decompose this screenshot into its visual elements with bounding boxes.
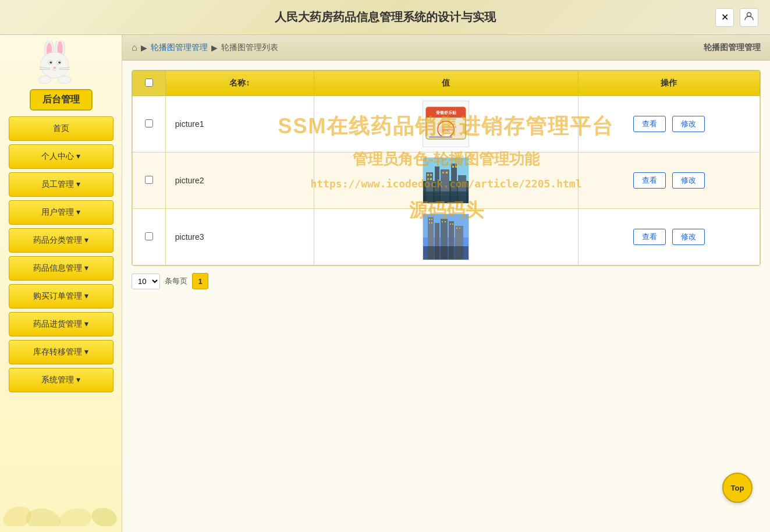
- svg-rect-44: [452, 166, 454, 168]
- svg-rect-43: [446, 172, 448, 173]
- sidebar-item-employee[interactable]: 员工管理 ▾: [9, 172, 113, 197]
- svg-rect-30: [429, 136, 452, 138]
- header: 人民大药房药品信息管理系统的设计与实现 ✕: [0, 0, 770, 35]
- sidebar: 后台管理 首页 个人中心 ▾ 员工管理 ▾ 用户管理 ▾ 药品分类管理 ▾ 药品…: [0, 35, 122, 532]
- close-button[interactable]: ✕: [715, 8, 734, 27]
- svg-text:OTC: OTC: [442, 129, 450, 132]
- per-page-label: 条每页: [165, 276, 187, 286]
- row1-checkbox-cell: [133, 96, 166, 152]
- medicine-icon: 骨骼舒乐贴 OTC: [423, 101, 469, 147]
- row2-checkbox-cell: [133, 152, 166, 209]
- svg-rect-56: [429, 219, 430, 220]
- svg-rect-59: [431, 222, 432, 224]
- row1-edit-button[interactable]: 修改: [672, 116, 705, 132]
- row1-view-button[interactable]: 查看: [633, 116, 666, 132]
- svg-point-11: [59, 62, 59, 62]
- header-icons: ✕: [715, 8, 758, 27]
- header-title: 人民大药房药品信息管理系统的设计与实现: [275, 9, 496, 25]
- row1-name: picture1: [165, 96, 314, 152]
- sidebar-decoration: [0, 485, 122, 532]
- sidebar-item-order[interactable]: 购买订单管理 ▾: [9, 284, 113, 308]
- svg-point-20: [24, 506, 63, 526]
- header-checkbox-cell: [133, 71, 166, 96]
- svg-rect-66: [423, 246, 469, 260]
- row2-view-button[interactable]: 查看: [633, 172, 666, 189]
- row3-name: picture3: [165, 209, 314, 265]
- header-value: 值: [314, 71, 579, 96]
- svg-rect-38: [427, 174, 429, 176]
- svg-point-12: [53, 67, 56, 69]
- admin-label: 后台管理: [30, 89, 93, 111]
- svg-rect-64: [456, 228, 457, 229]
- pagination-bar: 10 20 50 条每页 1: [132, 273, 761, 289]
- user-icon: [744, 12, 754, 23]
- row2-edit-button[interactable]: 修改: [672, 172, 705, 189]
- city1-icon: [423, 158, 469, 203]
- home-icon[interactable]: ⌂: [132, 42, 137, 53]
- sidebar-item-drug-category[interactable]: 药品分类管理 ▾: [9, 228, 113, 253]
- svg-rect-63: [452, 224, 453, 225]
- row2-image-cell: [314, 152, 579, 209]
- page-number-1[interactable]: 1: [192, 273, 208, 289]
- sidebar-item-inventory[interactable]: 库存转移管理 ▾: [9, 340, 113, 364]
- row1-checkbox[interactable]: [145, 119, 153, 127]
- svg-rect-61: [445, 221, 446, 222]
- row1-image: 骨骼舒乐贴 OTC: [423, 101, 469, 147]
- table-header-row: 名称↕ 值 操作: [133, 71, 760, 96]
- svg-rect-57: [431, 219, 432, 220]
- sidebar-item-home[interactable]: 首页: [9, 116, 113, 141]
- table-area: SSM在线药品销售进销存管理平台 管理员角色-轮播图管理功能 https://w…: [122, 61, 770, 532]
- svg-rect-62: [450, 224, 451, 225]
- row3-checkbox-cell: [133, 209, 166, 265]
- row3-edit-button[interactable]: 修改: [672, 229, 705, 245]
- row2-name: picture2: [165, 152, 314, 209]
- sidebar-item-profile[interactable]: 个人中心 ▾: [9, 144, 113, 169]
- content-area: ⌂ ▶ 轮播图管理管理 ▶ 轮播图管理列表 轮播图管理管理 SSM在线药品销售进…: [122, 35, 770, 532]
- svg-rect-41: [430, 178, 432, 180]
- svg-rect-65: [459, 228, 460, 229]
- row1-actions: 查看 修改: [578, 96, 760, 152]
- sidebar-logo: 后台管理: [20, 41, 102, 111]
- breadcrumb-item-1[interactable]: 轮播图管理管理: [151, 42, 208, 53]
- svg-point-18: [58, 76, 70, 83]
- table-row: picture3: [133, 209, 760, 265]
- row3-checkbox[interactable]: [145, 232, 153, 240]
- table-wrapper: SSM在线药品销售进销存管理平台 管理员角色-轮播图管理功能 https://w…: [132, 70, 761, 266]
- sidebar-item-system[interactable]: 系统管理 ▾: [9, 368, 113, 392]
- per-page-select[interactable]: 10 20 50: [132, 274, 160, 289]
- header-action: 操作: [578, 71, 760, 96]
- svg-rect-40: [427, 178, 429, 180]
- svg-point-21: [58, 506, 93, 526]
- svg-point-17: [38, 76, 51, 83]
- header-name[interactable]: 名称↕: [165, 71, 314, 96]
- top-button[interactable]: Top: [722, 473, 753, 503]
- data-table: 名称↕ 值 操作 picture1: [132, 70, 760, 265]
- select-all-checkbox[interactable]: [145, 79, 153, 87]
- main-layout: 后台管理 首页 个人中心 ▾ 员工管理 ▾ 用户管理 ▾ 药品分类管理 ▾ 药品…: [0, 35, 770, 532]
- breadcrumb-right-label: 轮播图管理管理: [704, 42, 761, 53]
- row3-actions: 查看 修改: [578, 209, 760, 265]
- svg-rect-42: [442, 172, 444, 173]
- row3-view-button[interactable]: 查看: [633, 229, 666, 245]
- sidebar-menu: 首页 个人中心 ▾ 员工管理 ▾ 用户管理 ▾ 药品分类管理 ▾ 药品信息管理 …: [0, 116, 122, 392]
- sidebar-item-user[interactable]: 用户管理 ▾: [9, 200, 113, 225]
- sidebar-item-drug-purchase[interactable]: 药品进货管理 ▾: [9, 312, 113, 336]
- row3-image-cell: [314, 209, 579, 265]
- svg-point-5: [40, 52, 68, 79]
- user-button[interactable]: [740, 8, 758, 27]
- breadcrumb-sep1: ▶: [141, 43, 147, 52]
- city2-icon: [423, 214, 469, 260]
- close-icon: ✕: [721, 12, 729, 23]
- breadcrumb: ⌂ ▶ 轮播图管理管理 ▶ 轮播图管理列表 轮播图管理管理: [122, 35, 770, 61]
- table-row: picture2: [133, 152, 760, 209]
- table-row: picture1 骨骼舒乐贴: [133, 96, 760, 152]
- row2-image: [423, 157, 469, 204]
- breadcrumb-sep2: ▶: [211, 43, 218, 52]
- svg-rect-58: [429, 222, 430, 224]
- svg-rect-45: [455, 166, 457, 168]
- sidebar-item-drug-info[interactable]: 药品信息管理 ▾: [9, 256, 113, 281]
- svg-rect-60: [442, 221, 443, 222]
- row2-checkbox[interactable]: [145, 176, 153, 184]
- row1-image-cell: 骨骼舒乐贴 OTC: [314, 96, 579, 152]
- breadcrumb-item-2: 轮播图管理列表: [221, 42, 278, 53]
